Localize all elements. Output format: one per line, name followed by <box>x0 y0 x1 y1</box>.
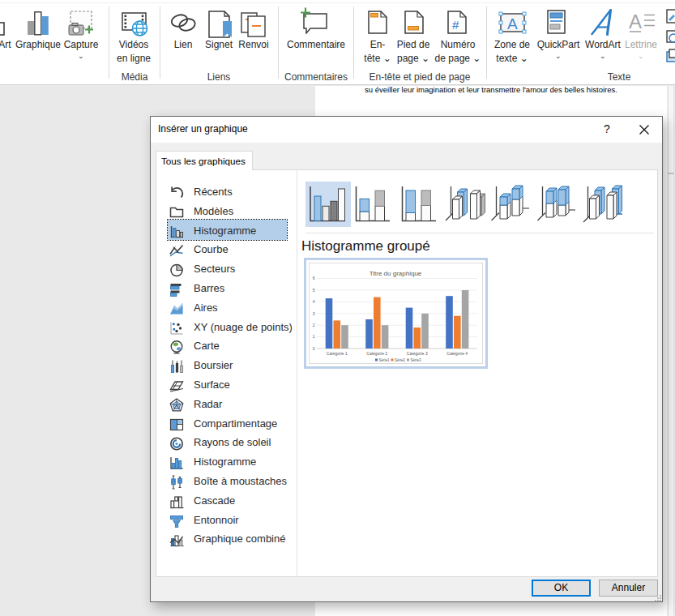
svg-text:Série3: Série3 <box>411 358 422 362</box>
svg-text:0: 0 <box>313 346 315 351</box>
svg-text:4: 4 <box>313 299 315 304</box>
svg-text:3: 3 <box>313 311 315 316</box>
svg-text:Série1: Série1 <box>379 358 391 362</box>
svg-text:Catégorie 1: Catégorie 1 <box>327 351 348 356</box>
svg-text:#: # <box>452 18 459 32</box>
svg-text:Catégorie 3: Catégorie 3 <box>407 351 428 356</box>
svg-text:A: A <box>629 11 642 32</box>
svg-text:Catégorie 2: Catégorie 2 <box>366 351 387 356</box>
svg-text:6: 6 <box>313 276 315 280</box>
svg-text:Catégorie 4: Catégorie 4 <box>446 351 468 356</box>
svg-text:Titre du graphique: Titre du graphique <box>370 270 422 277</box>
svg-text:2: 2 <box>313 323 315 327</box>
svg-text:5: 5 <box>313 288 315 293</box>
svg-text:1: 1 <box>313 334 315 339</box>
svg-text:Série2: Série2 <box>395 358 406 362</box>
svg-text:A: A <box>507 15 518 32</box>
